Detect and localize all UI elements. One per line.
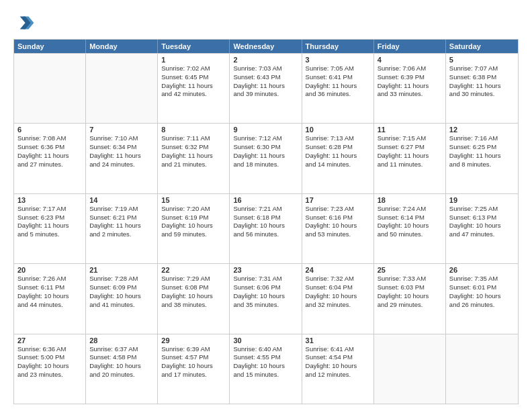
cell-line: Daylight: 10 hours (17, 362, 82, 371)
calendar-cell-4-4: 31Sunrise: 6:41 AMSunset: 4:54 PMDayligh… (302, 334, 374, 404)
calendar-cell-3-3: 23Sunrise: 7:31 AMSunset: 6:06 PMDayligh… (230, 264, 302, 333)
cell-line: Daylight: 11 hours (449, 82, 515, 91)
cell-line: Sunrise: 7:06 AM (378, 64, 442, 73)
cell-line: Daylight: 10 hours (306, 222, 370, 230)
cell-line: Daylight: 11 hours (233, 152, 298, 161)
cell-line: Sunset: 6:01 PM (449, 283, 515, 292)
cell-line: Daylight: 10 hours (449, 292, 515, 301)
cell-line: Daylight: 10 hours (233, 292, 298, 301)
cell-line: Daylight: 10 hours (161, 222, 226, 230)
day-number: 8 (161, 126, 226, 134)
day-number: 29 (161, 336, 226, 345)
cell-line: Sunset: 6:08 PM (161, 283, 226, 292)
cell-line: and 32 minutes. (306, 301, 370, 310)
header-day-saturday: Saturday (446, 40, 518, 53)
calendar-row-0: 1Sunrise: 7:02 AMSunset: 6:45 PMDaylight… (14, 53, 518, 123)
day-number: 6 (17, 126, 82, 134)
cell-line: Sunset: 6:45 PM (161, 73, 226, 82)
cell-line: Daylight: 10 hours (89, 362, 154, 371)
cell-line: Sunrise: 6:40 AM (233, 345, 298, 354)
day-number: 31 (306, 336, 370, 345)
cell-line: Daylight: 10 hours (89, 292, 154, 301)
calendar-body: 1Sunrise: 7:02 AMSunset: 6:45 PMDaylight… (14, 53, 518, 404)
cell-line: Daylight: 11 hours (378, 82, 442, 91)
cell-line: Sunset: 6:23 PM (17, 214, 82, 222)
header-day-sunday: Sunday (14, 40, 86, 53)
cell-line: and 14 minutes. (306, 161, 370, 169)
cell-line: Sunrise: 7:03 AM (233, 64, 298, 73)
cell-line: Sunset: 6:32 PM (161, 143, 226, 152)
cell-line: Daylight: 11 hours (89, 152, 154, 161)
cell-line: Sunset: 4:55 PM (233, 353, 298, 362)
cell-line: Sunrise: 7:32 AM (306, 275, 370, 283)
calendar-cell-0-5: 4Sunrise: 7:06 AMSunset: 6:39 PMDaylight… (374, 54, 446, 123)
cell-line: and 35 minutes. (233, 301, 298, 310)
cell-line: and 21 minutes. (161, 161, 226, 169)
cell-line: Sunrise: 7:31 AM (233, 275, 298, 283)
cell-line: and 30 minutes. (449, 90, 515, 99)
day-number: 12 (449, 126, 515, 134)
cell-line: Sunset: 6:36 PM (17, 143, 82, 152)
calendar-cell-4-1: 28Sunrise: 6:37 AMSunset: 4:58 PMDayligh… (86, 334, 158, 404)
cell-line: Sunrise: 7:29 AM (161, 275, 226, 283)
day-number: 24 (306, 266, 370, 274)
cell-line: Daylight: 10 hours (17, 292, 82, 301)
cell-line: Sunrise: 7:17 AM (17, 205, 82, 214)
calendar-cell-3-2: 22Sunrise: 7:29 AMSunset: 6:08 PMDayligh… (158, 264, 230, 333)
header-day-monday: Monday (86, 40, 158, 53)
calendar-cell-1-4: 10Sunrise: 7:13 AMSunset: 6:28 PMDayligh… (302, 124, 374, 193)
cell-line: Sunrise: 7:20 AM (161, 205, 226, 214)
cell-line: Sunrise: 7:33 AM (378, 275, 442, 283)
cell-line: Sunset: 6:39 PM (378, 73, 442, 82)
calendar-cell-0-2: 1Sunrise: 7:02 AMSunset: 6:45 PMDaylight… (158, 54, 230, 123)
day-number: 27 (17, 336, 82, 345)
cell-line: Sunrise: 7:21 AM (233, 205, 298, 214)
cell-line: Sunset: 4:54 PM (306, 353, 370, 362)
header-day-tuesday: Tuesday (158, 40, 230, 53)
cell-line: and 8 minutes. (449, 161, 515, 169)
day-number: 11 (378, 126, 442, 134)
header-day-friday: Friday (374, 40, 446, 53)
cell-line: Sunrise: 6:39 AM (161, 345, 226, 354)
cell-line: Sunrise: 7:05 AM (306, 64, 370, 73)
cell-line: Sunrise: 7:15 AM (378, 134, 442, 143)
cell-line: Sunrise: 7:19 AM (89, 205, 154, 214)
cell-line: Daylight: 10 hours (449, 222, 515, 230)
logo-icon (13, 12, 35, 34)
cell-line: and 33 minutes. (378, 90, 442, 99)
cell-line: Sunset: 6:16 PM (306, 214, 370, 222)
cell-line: Sunset: 6:11 PM (17, 283, 82, 292)
calendar-cell-2-4: 17Sunrise: 7:23 AMSunset: 6:16 PMDayligh… (302, 194, 374, 263)
cell-line: Daylight: 11 hours (449, 152, 515, 161)
cell-line: Daylight: 10 hours (233, 362, 298, 371)
day-number: 1 (161, 56, 226, 64)
cell-line: Sunrise: 7:10 AM (89, 134, 154, 143)
cell-line: Sunset: 5:00 PM (17, 353, 82, 362)
cell-line: Sunrise: 6:41 AM (306, 345, 370, 354)
cell-line: and 44 minutes. (17, 301, 82, 310)
cell-line: Daylight: 11 hours (306, 82, 370, 91)
calendar-cell-2-2: 15Sunrise: 7:20 AMSunset: 6:19 PMDayligh… (158, 194, 230, 263)
cell-line: Sunset: 6:19 PM (161, 214, 226, 222)
cell-line: Daylight: 10 hours (378, 292, 442, 301)
calendar-row-1: 6Sunrise: 7:08 AMSunset: 6:36 PMDaylight… (14, 123, 518, 193)
cell-line: and 36 minutes. (306, 90, 370, 99)
cell-line: Sunrise: 7:26 AM (17, 275, 82, 283)
day-number: 22 (161, 266, 226, 274)
cell-line: Sunset: 6:06 PM (233, 283, 298, 292)
calendar-header: SundayMondayTuesdayWednesdayThursdayFrid… (14, 40, 518, 53)
calendar-cell-3-6: 26Sunrise: 7:35 AMSunset: 6:01 PMDayligh… (446, 264, 518, 333)
cell-line: Daylight: 10 hours (233, 222, 298, 230)
day-number: 16 (233, 196, 298, 204)
cell-line: Daylight: 10 hours (161, 292, 226, 301)
cell-line: Sunrise: 7:24 AM (378, 205, 442, 214)
day-number: 28 (89, 336, 154, 345)
cell-line: Sunrise: 7:35 AM (449, 275, 515, 283)
cell-line: Sunset: 6:04 PM (306, 283, 370, 292)
cell-line: Sunrise: 7:25 AM (449, 205, 515, 214)
calendar-row-4: 27Sunrise: 6:36 AMSunset: 5:00 PMDayligh… (14, 334, 518, 404)
cell-line: Sunset: 6:27 PM (378, 143, 442, 152)
calendar-cell-1-2: 8Sunrise: 7:11 AMSunset: 6:32 PMDaylight… (158, 124, 230, 193)
day-number: 4 (378, 56, 442, 64)
calendar-cell-2-5: 18Sunrise: 7:24 AMSunset: 6:14 PMDayligh… (374, 194, 446, 263)
